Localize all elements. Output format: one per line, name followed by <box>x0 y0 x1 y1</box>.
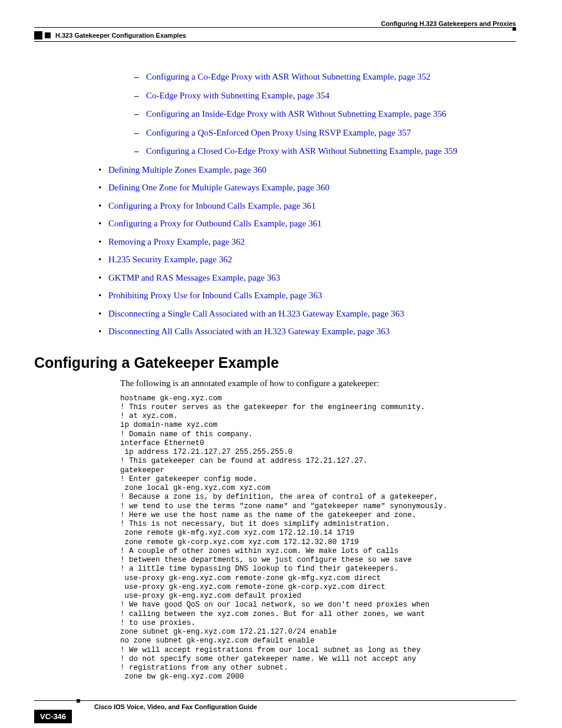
section-intro: The following is an annotated example of… <box>120 378 516 388</box>
header-marker-large <box>34 31 42 39</box>
xref-link[interactable]: Configuring a Proxy for Inbound Calls Ex… <box>108 201 316 210</box>
xref-link[interactable]: Co-Edge Proxy with Subnetting Example, p… <box>146 91 329 100</box>
page-footer: Cisco IOS Voice, Video, and Fax Configur… <box>34 700 516 710</box>
list-item: Prohibiting Proxy Use for Inbound Calls … <box>95 290 516 302</box>
header-chapter-title: Configuring H.323 Gatekeepers and Proxie… <box>34 20 516 27</box>
xref-link[interactable]: Disconnecting All Calls Associated with … <box>108 327 389 336</box>
list-item: Configuring a Co-Edge Proxy with ASR Wit… <box>121 71 516 83</box>
page-number-badge: VC-346 <box>34 710 72 723</box>
list-item: Configuring a Proxy for Inbound Calls Ex… <box>95 200 516 212</box>
xref-link[interactable]: Configuring a Closed Co-Edge Proxy with … <box>146 146 457 156</box>
list-item: Configuring a Proxy for Outbound Calls E… <box>95 218 516 230</box>
list-item: Defining One Zone for Multiple Gateways … <box>95 182 516 194</box>
xref-link[interactable]: Prohibiting Proxy Use for Inbound Calls … <box>108 291 322 300</box>
xref-link[interactable]: Defining One Zone for Multiple Gateways … <box>108 183 329 192</box>
xref-link[interactable]: Configuring a Proxy for Outbound Calls E… <box>108 219 322 228</box>
xref-link[interactable]: Disconnecting a Single Call Associated w… <box>108 309 404 318</box>
sub-link-list: Configuring a Co-Edge Proxy with ASR Wit… <box>121 71 516 157</box>
xref-link[interactable]: H.235 Security Example, page 362 <box>108 255 232 264</box>
code-block: hostname gk-eng.xyz.com ! This router se… <box>120 394 516 682</box>
header-marker-small <box>45 32 51 38</box>
xref-link[interactable]: Configuring a Co-Edge Proxy with ASR Wit… <box>146 72 431 81</box>
list-item: Configuring an Inside-Edge Proxy with AS… <box>121 108 516 120</box>
section-heading: Configuring a Gatekeeper Example <box>34 354 516 371</box>
list-item: Co-Edge Proxy with Subnetting Example, p… <box>121 90 516 102</box>
list-item: Configuring a Closed Co-Edge Proxy with … <box>121 146 516 157</box>
list-item: Removing a Proxy Example, page 362 <box>95 236 516 248</box>
header-section-title: H.323 Gatekeeper Configuration Examples <box>55 32 186 39</box>
footer-rule <box>34 700 516 701</box>
header-rule <box>34 27 516 28</box>
xref-link[interactable]: Configuring a QoS-Enforced Open Proxy Us… <box>146 128 411 137</box>
list-item: Defining Multiple Zones Example, page 36… <box>95 164 516 176</box>
list-item: Disconnecting All Calls Associated with … <box>95 326 516 338</box>
list-item: H.235 Security Example, page 362 <box>95 254 516 266</box>
xref-link[interactable]: GKTMP and RAS Messages Example, page 363 <box>108 273 280 282</box>
list-item: Disconnecting a Single Call Associated w… <box>95 308 516 320</box>
list-item: GKTMP and RAS Messages Example, page 363 <box>95 272 516 284</box>
xref-link[interactable]: Configuring an Inside-Edge Proxy with AS… <box>146 109 447 118</box>
footer-guide-title: Cisco IOS Voice, Video, and Fax Configur… <box>94 703 516 710</box>
xref-link[interactable]: Removing a Proxy Example, page 362 <box>108 237 245 246</box>
xref-link[interactable]: Defining Multiple Zones Example, page 36… <box>108 165 266 174</box>
main-link-list: Defining Multiple Zones Example, page 36… <box>95 164 516 338</box>
list-item: Configuring a QoS-Enforced Open Proxy Us… <box>121 127 516 139</box>
